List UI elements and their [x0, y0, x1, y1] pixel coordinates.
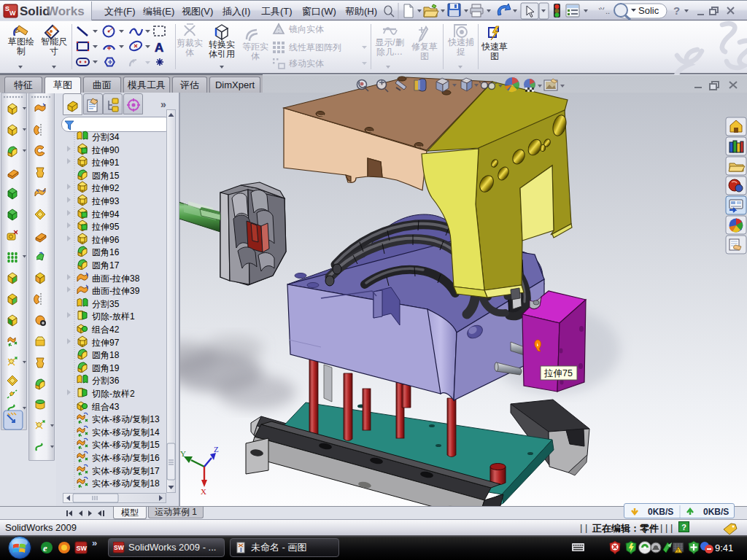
- svg-text:0KB/S: 0KB/S: [703, 507, 729, 517]
- svg-text:Y: Y: [180, 449, 186, 458]
- svg-text:9:41: 9:41: [715, 542, 733, 553]
- svg-text:0KB/S: 0KB/S: [648, 507, 673, 517]
- svg-text:»: »: [160, 98, 166, 110]
- svg-text:X: X: [201, 487, 206, 496]
- svg-text:»: »: [92, 537, 97, 548]
- svg-text:Z: Z: [214, 445, 219, 454]
- svg-text:!: !: [677, 548, 678, 553]
- svg-text:SW: SW: [114, 544, 125, 551]
- svg-text:拉伸75: 拉伸75: [543, 368, 573, 378]
- svg-text:SW: SW: [77, 545, 88, 552]
- svg-text:A: A: [155, 41, 163, 55]
